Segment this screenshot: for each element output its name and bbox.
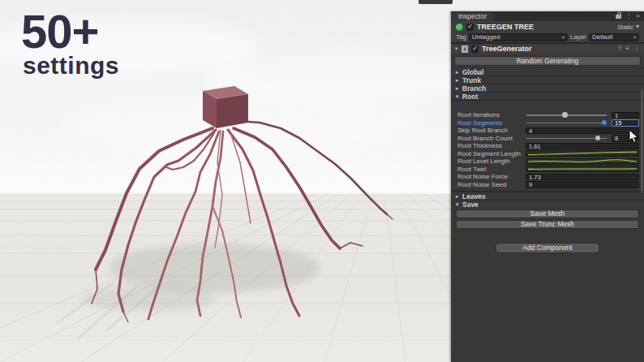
layer-label: Layer [570,33,586,41]
check-icon: ✓ [467,24,473,30]
save-trunc-mesh-button[interactable]: Save Trunc Mesh [456,220,639,229]
foldout-branch[interactable]: ▸ Branch [451,84,644,92]
kebab-menu-icon[interactable]: ⋮ [625,13,632,19]
property-label: Root Noise Force [457,173,526,180]
root-segments-slider[interactable] [526,119,608,127]
add-component-button[interactable]: Add Component [496,243,599,253]
root-twirl-curve-field[interactable] [526,166,639,172]
property-label: Root Branch Count [457,135,526,142]
skip-root-branch-row: Skip Root Branch 4 [451,127,644,135]
root-iterations-row: Root Iterations 1 [451,111,644,119]
root-branch-count-row: Root Branch Count 8 [451,135,644,143]
scrollbar-thumb[interactable] [641,89,643,193]
foldout-save[interactable]: ▾ Save [451,200,644,208]
slider-handle[interactable] [595,136,601,141]
window-top-strip [419,0,453,4]
chevron-down-icon: ▾ [636,24,639,30]
static-dropdown[interactable]: Static ▾ [617,24,639,31]
root-twirl-row: Root Twirl [451,166,644,174]
lock-icon[interactable] [616,15,621,19]
tag-label: Tag [456,33,466,41]
root-properties: Root Iterations 1 Root Segments 15 Skip … [451,101,644,191]
root-iterations-slider[interactable] [526,111,608,119]
foldout-collapsed-icon: ▸ [456,77,462,84]
property-label: Root Noise Seed [457,181,526,188]
root-noise-seed-row: Root Noise Seed 9 [451,181,644,189]
inspector-panel: Inspector ⋮ × ✓ TREEGEN TREE Static ▾ [451,11,644,362]
root-iterations-value[interactable]: 1 [612,112,639,119]
foldout-leaves-label: Leaves [462,192,486,200]
tab-inspector[interactable]: Inspector [451,12,494,21]
property-label: Root Thickness [457,142,526,149]
curve-preview [526,151,638,156]
gameobject-name[interactable]: TREEGEN TREE [477,23,534,31]
root-noise-force-row: Root Noise Force 1.73 [451,173,644,181]
curve-preview [526,166,638,171]
root-thickness-value[interactable]: 1.61 [526,143,639,150]
root-segments-value[interactable]: 15 [612,119,639,127]
foldout-global-label: Global [462,68,483,76]
chevron-down-icon: ▾ [630,34,636,40]
kebab-menu-icon[interactable]: ⋮ [633,45,640,52]
foldout-collapsed-icon: ▸ [456,85,462,92]
foldout-save-label: Save [462,200,479,209]
foldout-trunk-label: Trunk [462,76,481,84]
gameobject-header: ✓ TREEGEN TREE Static ▾ Tag Untagged ▾ L… [451,21,644,43]
component-header-treegenerator[interactable]: ▾ # ✓ TreeGenerator ? ≡ ⋮ [451,43,644,54]
cursor-pointer [629,130,640,144]
root-noise-force-value[interactable]: 1.73 [526,174,639,181]
foldout-expanded-icon: ▾ [456,93,462,100]
tag-dropdown[interactable]: Untagged ▾ [469,33,568,41]
check-icon: ✓ [472,45,478,52]
foldout-global[interactable]: ▸ Global [451,67,644,75]
script-icon: # [462,45,468,53]
root-segment-length-curve-field[interactable] [526,150,639,157]
slider-handle[interactable] [562,112,568,118]
property-label: Root Twirl [457,166,526,173]
layer-value: Default [592,33,612,41]
close-icon[interactable]: × [636,13,640,19]
root-thickness-row: Root Thickness 1.61 [451,142,644,150]
gameobject-icon [456,24,463,31]
foldout-root[interactable]: ▾ Root [451,92,644,100]
foldout-trunk[interactable]: ▸ Trunk [451,75,644,84]
screenshot-root: 50+ settings Inspector ⋮ × ✓ TREEGEN TRE… [0,0,644,362]
active-checkbox[interactable]: ✓ [466,24,474,31]
property-label: Root Segment Length [457,150,526,157]
property-label: Root Iterations [457,111,526,119]
slider-handle[interactable] [602,120,608,126]
random-generating-button[interactable]: Random Generating [454,56,641,66]
component-enabled-checkbox[interactable]: ✓ [471,45,479,53]
foldout-collapsed-icon: ▸ [456,69,462,75]
inspector-tabbar: Inspector ⋮ × [451,11,644,21]
root-segment-length-row: Root Segment Length [451,150,644,158]
root-segments-row: Root Segments 15 [451,119,644,127]
foldout-branch-label: Branch [462,84,486,93]
property-label: Skip Root Branch [457,127,526,134]
headline-text: 50+ [21,8,119,55]
chevron-down-icon: ▾ [559,34,565,40]
layer-dropdown[interactable]: Default ▾ [589,33,639,41]
root-noise-seed-value[interactable]: 9 [526,181,639,188]
root-level-length-row: Root Level Length [451,157,644,166]
preset-icon[interactable]: ≡ [625,45,629,52]
skip-root-branch-value[interactable]: 4 [526,127,639,135]
subheadline-text: settings [23,52,119,80]
root-branch-count-slider[interactable] [526,135,608,142]
help-icon[interactable]: ? [618,45,621,52]
property-label: Root Segments [457,119,526,127]
foldout-expanded-icon: ▾ [456,201,462,208]
foldout-expanded-icon: ▾ [455,45,462,52]
property-label: Root Level Length [457,157,526,165]
foldout-leaves[interactable]: ▸ Leaves [451,192,644,200]
curve-preview [526,159,638,164]
tab-inspector-label: Inspector [458,12,487,20]
foldout-root-label: Root [462,93,478,101]
component-title: TreeGenerator [482,45,532,53]
save-mesh-button[interactable]: Save Mesh [456,209,639,218]
tag-value: Untagged [472,33,500,41]
root-level-length-curve-field[interactable] [526,158,639,165]
static-label: Static [617,24,633,31]
marketing-overlay: 50+ settings [21,8,119,80]
foldout-collapsed-icon: ▸ [456,193,462,200]
